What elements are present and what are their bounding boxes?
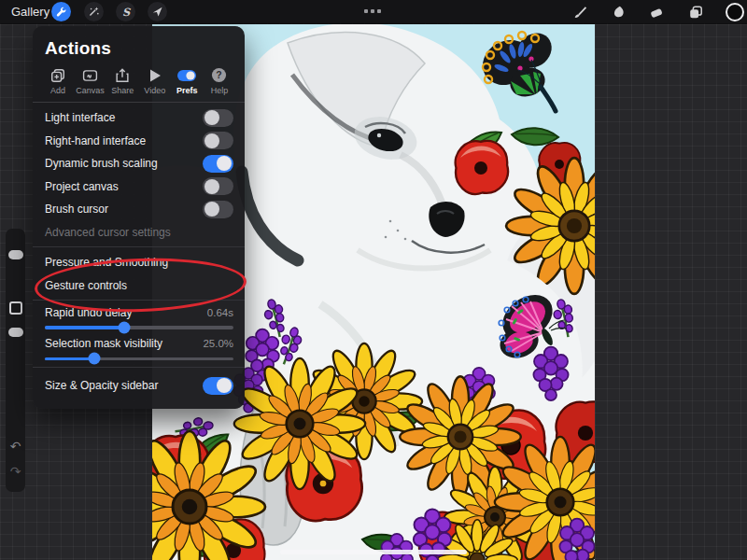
rapid-undo-delay-group: Rapid undo delay 0.64s xyxy=(33,304,245,329)
tab-help[interactable]: ? Help xyxy=(204,66,235,95)
row-advanced-cursor-settings[interactable]: Advanced cursor settings xyxy=(33,221,245,245)
size-opacity-sidebar: ↶ ↷ xyxy=(6,229,25,492)
actions-tool-button[interactable] xyxy=(51,2,71,21)
home-indicator[interactable] xyxy=(280,550,467,554)
paintbrush-icon xyxy=(572,5,587,20)
actions-panel: Actions Add Canvas Share Video xyxy=(33,26,245,409)
share-icon xyxy=(114,66,131,84)
slider-label: Selection mask visibility xyxy=(45,337,162,350)
tab-canvas[interactable]: Canvas xyxy=(75,66,106,95)
actions-tabs: Add Canvas Share Video Prefs xyxy=(42,66,235,95)
row-light-interface: Light interface xyxy=(33,106,245,130)
group-divider xyxy=(33,300,245,301)
brush-size-slider-handle[interactable] xyxy=(8,250,23,259)
eraser-icon xyxy=(649,5,664,20)
smudge-finger-icon xyxy=(611,5,626,20)
transform-arrow-icon xyxy=(151,6,163,18)
svg-text:S: S xyxy=(121,6,130,19)
light-interface-toggle[interactable] xyxy=(203,109,233,127)
redo-button[interactable]: ↷ xyxy=(6,465,25,478)
brush-cursor-toggle[interactable] xyxy=(203,201,233,218)
svg-text:?: ? xyxy=(217,70,222,80)
undo-button[interactable]: ↶ xyxy=(6,440,25,453)
group-divider xyxy=(33,246,245,247)
row-brush-cursor: Brush cursor xyxy=(33,198,245,221)
row-size-opacity-sidebar: Size & Opacity sidebar xyxy=(33,374,245,398)
slider-value: 0.64s xyxy=(207,307,233,318)
selection-mask-visibility-group: Selection mask visibility 25.0% xyxy=(33,336,245,361)
slider-label: Rapid undo delay xyxy=(45,306,132,319)
tab-prefs[interactable]: Prefs xyxy=(171,66,203,95)
panel-title: Actions xyxy=(45,38,245,59)
layers-tool-button[interactable] xyxy=(686,3,705,21)
modify-button[interactable] xyxy=(9,301,22,315)
video-play-icon xyxy=(148,66,162,84)
tab-share[interactable]: Share xyxy=(106,66,138,95)
layers-icon xyxy=(688,5,703,20)
transform-tool-button[interactable] xyxy=(148,2,167,21)
row-project-canvas: Project canvas xyxy=(33,175,245,199)
tab-video[interactable]: Video xyxy=(139,66,171,95)
row-right-hand-interface: Right-hand interface xyxy=(33,130,245,153)
canvas-icon xyxy=(81,66,99,84)
smudge-tool-button[interactable] xyxy=(609,3,627,21)
brush-tool-button[interactable] xyxy=(571,3,589,21)
color-swatch-button[interactable] xyxy=(726,3,744,21)
adjustments-tool-button[interactable] xyxy=(84,2,104,21)
selection-s-icon: S xyxy=(120,6,133,19)
project-canvas-toggle[interactable] xyxy=(203,177,233,195)
right-hand-interface-toggle[interactable] xyxy=(203,132,233,149)
row-pressure-and-smoothing[interactable]: Pressure and Smoothing xyxy=(33,251,245,274)
rapid-undo-delay-slider[interactable] xyxy=(45,326,233,329)
add-icon xyxy=(49,66,66,84)
eraser-tool-button[interactable] xyxy=(647,3,666,21)
top-toolbar: Gallery S xyxy=(0,0,747,23)
row-gesture-controls[interactable]: Gesture controls xyxy=(33,274,245,298)
tabs-divider xyxy=(33,102,245,103)
wrench-icon xyxy=(55,6,67,18)
tab-add[interactable]: Add xyxy=(42,66,74,95)
canvas-options-dots[interactable] xyxy=(364,9,381,13)
gallery-button[interactable]: Gallery xyxy=(11,0,49,23)
brush-opacity-slider-handle[interactable] xyxy=(8,328,23,337)
help-icon: ? xyxy=(211,66,227,84)
prefs-toggle-icon xyxy=(176,66,197,84)
size-opacity-sidebar-toggle[interactable] xyxy=(203,377,233,395)
group-divider xyxy=(33,367,245,368)
selections-tool-button[interactable]: S xyxy=(116,2,135,21)
magic-wand-icon xyxy=(88,6,100,18)
selection-mask-visibility-slider[interactable] xyxy=(45,357,233,361)
row-dynamic-brush-scaling: Dynamic brush scaling xyxy=(33,152,245,175)
dynamic-brush-scaling-toggle[interactable] xyxy=(203,155,233,173)
slider-value: 25.0% xyxy=(203,338,233,349)
